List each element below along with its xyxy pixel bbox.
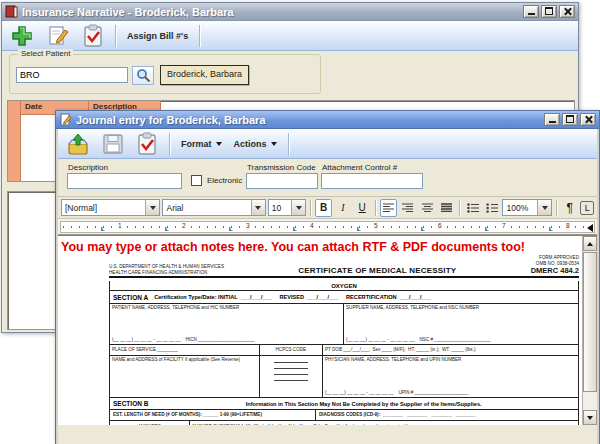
close-button[interactable] xyxy=(580,113,596,126)
agency-line1: U.S. DEPARTMENT OF HEALTH & HUMAN SERVIC… xyxy=(109,264,224,270)
assign-bill-button[interactable]: Assign Bill #'s xyxy=(123,23,192,49)
est-length-cell: EST. LENGTH OF NEED (# OF MONTHS): _____… xyxy=(110,410,316,420)
ruler-number: 8 xyxy=(565,222,571,229)
supplier-header: SUPPLIER NAME, ADDRESS, TELEPHONE and NS… xyxy=(346,305,576,311)
italic-button[interactable]: I xyxy=(334,199,351,217)
bullet-list-button[interactable] xyxy=(464,199,481,217)
patient-cell: PATIENT NAME, ADDRESS, TELEPHONE and HIC… xyxy=(110,304,344,344)
supplier-phone-line: (__ __ __) __ __ __ - __ __ __ __ NSC # … xyxy=(346,337,576,343)
facility-cell: NAME and ADDRESS of FACILITY if applicab… xyxy=(110,356,260,397)
ruler-number: 3 xyxy=(245,222,251,229)
patient-search-input[interactable] xyxy=(16,67,128,83)
show-paragraph-marks-button[interactable]: ¶ xyxy=(561,199,578,217)
close-icon xyxy=(563,7,572,16)
ruler-number: 6 xyxy=(437,222,443,229)
ruler-margin-marker[interactable] xyxy=(587,224,593,232)
ruler-tab-stop[interactable]: L xyxy=(101,226,105,232)
clipboard-check-icon xyxy=(136,132,158,156)
patient-supplier-row: PATIENT NAME, ADDRESS, TELEPHONE and HIC… xyxy=(110,304,578,345)
align-left-button[interactable] xyxy=(380,199,397,217)
post-entry-button[interactable] xyxy=(62,131,94,157)
bold-button[interactable]: B xyxy=(315,199,332,217)
select-patient-group: Select Patient Broderick, Barbara xyxy=(9,54,321,94)
dropdown-arrow-icon[interactable] xyxy=(537,200,551,215)
minimize-icon xyxy=(528,11,535,15)
selected-patient-item[interactable]: Broderick, Barbara xyxy=(160,65,249,85)
maximize-button[interactable] xyxy=(562,113,578,126)
book-icon xyxy=(5,5,18,18)
journal-titlebar[interactable]: Journal entry for Broderick, Barbara xyxy=(56,111,599,129)
toolbar-separator xyxy=(169,133,170,155)
edit-narrative-button[interactable] xyxy=(42,23,74,49)
scroll-down-button[interactable] xyxy=(583,410,597,425)
underline-button[interactable]: U xyxy=(354,199,371,217)
chevron-down-icon xyxy=(216,142,222,146)
narrative-window-title: Insurance Narrative - Broderick, Barbara xyxy=(22,6,519,18)
align-right-button[interactable] xyxy=(399,199,416,217)
minimize-button[interactable] xyxy=(523,5,539,18)
zoom-combobox[interactable]: 100% xyxy=(502,199,552,216)
scroll-up-button[interactable] xyxy=(583,236,597,251)
close-button[interactable] xyxy=(559,5,575,18)
certification-line: Certification Type/Date: INITIAL ___/___… xyxy=(154,294,431,300)
dropdown-arrow-icon[interactable] xyxy=(291,200,305,215)
style-combobox[interactable]: [Normal] xyxy=(61,199,160,216)
patient-search-button[interactable] xyxy=(132,66,154,85)
dropdown-arrow-icon[interactable] xyxy=(251,200,265,215)
toolbar-separator xyxy=(288,133,289,155)
import-arrow-icon xyxy=(66,132,90,156)
physician-cell: PHYSICIAN NAME, ADDRESS, TELEPHONE and U… xyxy=(323,356,578,397)
oxygen-label: OXYGEN xyxy=(331,283,357,289)
ruler-tab-stop[interactable]: L xyxy=(421,226,425,232)
maximize-button[interactable] xyxy=(541,5,557,18)
verify-narrative-button[interactable] xyxy=(78,23,108,49)
scrollbar-thumb[interactable] xyxy=(583,252,597,392)
format-menu-button[interactable]: Format xyxy=(177,131,226,157)
vertical-scrollbar[interactable] xyxy=(582,236,597,425)
section-a-label: SECTION A xyxy=(113,294,148,301)
minimize-button[interactable] xyxy=(544,113,560,126)
align-center-icon xyxy=(422,203,433,212)
justify-button[interactable] xyxy=(438,199,455,217)
physician-phone-line: (__ __ __) __ __ __ - __ __ __ __ UPIN #… xyxy=(325,390,576,396)
document-page[interactable]: You may type or attach notes here. You c… xyxy=(58,236,582,425)
narrative-titlebar[interactable]: Insurance Narrative - Broderick, Barbara xyxy=(2,3,578,21)
add-narrative-button[interactable] xyxy=(6,23,38,49)
hcpcs-code-cell: HCPCS CODE xyxy=(260,345,323,355)
transmission-code-input[interactable] xyxy=(246,173,318,189)
format-separator xyxy=(310,200,311,216)
numbered-list-button[interactable] xyxy=(483,199,500,217)
ruler-tab-stop[interactable]: L xyxy=(357,226,361,232)
toolbar-separator xyxy=(199,25,200,47)
ruler-tab-stop[interactable]: L xyxy=(229,226,233,232)
ruler-tab-stop[interactable]: L xyxy=(485,226,489,232)
toolbar-separator xyxy=(115,25,116,47)
search-icon xyxy=(136,68,151,83)
ruler-tab-stop[interactable]: L xyxy=(549,226,553,232)
cmn-form-header: U.S. DEPARTMENT OF HEALTH & HUMAN SERVIC… xyxy=(109,255,579,278)
verify-entry-button[interactable] xyxy=(132,131,162,157)
journal-window-title: Journal entry for Broderick, Barbara xyxy=(76,114,540,126)
ruler-tab-stop[interactable]: L xyxy=(165,226,169,232)
dropdown-arrow-icon[interactable] xyxy=(145,200,159,215)
patient-phone-line: (__ __ __) __ __ __ - __ __ __ __ HICN _… xyxy=(112,337,341,343)
font-size-combobox[interactable]: 10 xyxy=(268,199,306,216)
ruler-tab-stop[interactable]: L xyxy=(293,226,297,232)
transmission-code-label: Transmission Code xyxy=(247,163,316,172)
electronic-checkbox[interactable] xyxy=(191,175,202,186)
patient-dob-cell: PT DOB ___/___/___; Sex ____ (M/F); HT. … xyxy=(323,345,578,355)
physician-header: PHYSICIAN NAME, ADDRESS, TELEPHONE and U… xyxy=(325,357,576,363)
length-of-need-row: EST. LENGTH OF NEED (# OF MONTHS): _____… xyxy=(110,410,578,421)
description-input[interactable] xyxy=(67,173,182,189)
font-combobox[interactable]: Arial xyxy=(162,199,265,216)
place-of-service-cell: PLACE OF SERVICE ________ xyxy=(110,345,260,355)
ruler[interactable]: 1L2L3L4L5L6L7L8L xyxy=(60,221,595,233)
page-layout-button[interactable]: L xyxy=(580,201,593,215)
save-button[interactable] xyxy=(98,131,128,157)
cmn-form-title: CERTIFICATE OF MEDICAL NECESSITY xyxy=(298,266,456,275)
agency-block: U.S. DEPARTMENT OF HEALTH & HUMAN SERVIC… xyxy=(109,264,224,275)
attachment-control-input[interactable] xyxy=(321,173,423,189)
edit-icon xyxy=(46,24,70,48)
align-center-button[interactable] xyxy=(418,199,435,217)
actions-menu-button[interactable]: Actions xyxy=(230,131,281,157)
